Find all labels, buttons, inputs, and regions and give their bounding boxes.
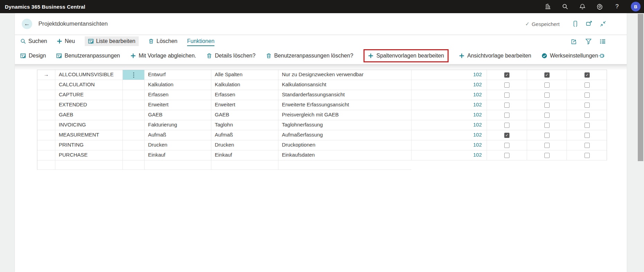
table-empty-row[interactable] [37,160,411,170]
table-row[interactable]: CAPTUREErfassenErfassenStandarderfassung… [37,90,607,100]
long-description-cell[interactable]: Nur zu Designzwecken verwendbar [278,70,412,80]
short-description-cell[interactable]: GAEB [211,110,278,120]
long-description-cell[interactable]: Einkaufsdaten [278,150,412,160]
code-cell[interactable]: EXTENDED [55,100,123,110]
page-id-link[interactable]: 102 [412,100,487,110]
filter-icon[interactable] [585,38,592,45]
checkbox[interactable]: ✓ [504,133,509,138]
page-id-link[interactable]: 102 [412,130,487,140]
action-item-funktionen[interactable]: Funktionen [187,38,214,46]
help-icon[interactable]: ? [614,3,620,10]
checkbox[interactable] [544,143,550,148]
checkbox[interactable] [585,133,590,138]
checkbox[interactable] [504,153,509,158]
checkbox[interactable] [504,93,509,98]
page-id-link[interactable]: 102 [412,110,487,120]
checkbox[interactable]: ✓ [544,72,550,78]
checkbox[interactable] [585,93,590,98]
checkbox[interactable]: ✓ [585,72,590,78]
gear-icon[interactable] [596,3,603,10]
back-button[interactable]: ← [22,19,32,29]
row-selector-cell[interactable] [37,80,55,90]
ellipsis-menu-icon[interactable] [133,72,134,78]
toolbar-item-benutzeranpassungen-löschen[interactable]: Benutzeranpassungen löschen? [266,53,353,59]
list-icon[interactable] [599,38,606,45]
row-selector-cell[interactable] [37,150,55,160]
table-row[interactable]: PRINTINGDruckenDruckenDruckoptionen102 [37,140,607,150]
row-selector-cell[interactable] [37,130,55,140]
description-cell[interactable]: Einkauf [145,150,211,160]
page-id-link[interactable]: 102 [412,80,487,90]
checkbox[interactable] [504,103,509,108]
checkbox[interactable] [544,153,550,158]
action-item-neu[interactable]: Neu [57,38,75,44]
toolbar-item-details-löschen[interactable]: Details löschen? [206,53,255,59]
page-id-link[interactable]: 102 [412,120,487,130]
description-cell[interactable]: Aufmaß [145,130,211,140]
table-row[interactable]: MEASUREMENTAufmaßAufmaßAufmaßerfassung10… [37,130,607,140]
pushpin-icon[interactable] [598,53,605,59]
checkbox[interactable] [544,93,550,98]
toolbar-item-werkseinstellungen[interactable]: Werkseinstellungen [542,53,598,59]
search-icon[interactable] [562,3,569,10]
checkbox[interactable] [585,153,590,158]
code-cell[interactable]: ALLCOLUMNSVISIBLE [55,70,123,80]
table-row[interactable]: EXTENDEDErweitertErweitertErweiterte Erf… [37,100,607,110]
checkbox[interactable] [504,82,509,88]
checkbox[interactable] [585,82,590,88]
code-cell[interactable]: CAPTURE [55,90,123,100]
building-icon[interactable] [544,3,551,10]
checkbox[interactable] [544,123,550,128]
share-icon[interactable] [571,38,578,45]
checkbox[interactable] [544,113,550,118]
table-row[interactable]: GAEBGAEBGAEBPreisvergleich mit GAEB102 [37,110,607,120]
checkbox[interactable] [585,123,590,128]
description-cell[interactable]: Erweitert [145,100,211,110]
open-in-window-icon[interactable] [586,20,593,27]
checkbox[interactable] [504,123,509,128]
short-description-cell[interactable]: Erweitert [211,100,278,110]
checkbox[interactable] [585,103,590,108]
description-cell[interactable]: Fakturierung [145,120,211,130]
page-id-link[interactable]: 102 [412,140,487,150]
checkbox[interactable] [544,133,550,138]
description-cell[interactable]: Kalkulation [145,80,211,90]
checkbox[interactable] [544,82,550,88]
description-cell[interactable]: Drucken [145,140,211,150]
action-item-suchen[interactable]: Suchen [20,38,47,44]
action-item-löschen[interactable]: Löschen [148,38,177,44]
checkbox[interactable] [504,113,509,118]
description-cell[interactable]: Erfassen [145,90,211,100]
toolbar-item-spaltenvorlagen-bearbeiten[interactable]: Spaltenvorlagen bearbeiten [364,49,449,62]
short-description-cell[interactable]: Alle Spalten [211,70,278,80]
long-description-cell[interactable]: Aufmaßerfassung [278,130,412,140]
description-cell[interactable]: GAEB [145,110,211,120]
long-description-cell[interactable]: Erweiterte Erfassungsansicht [278,100,412,110]
table-row[interactable]: CALCULATIONKalkulationKalkulationKalkula… [37,80,607,90]
short-description-cell[interactable]: Taglohn [211,120,278,130]
bell-icon[interactable] [579,3,586,10]
bookmark-icon[interactable] [572,20,579,27]
row-selector-cell[interactable] [37,100,55,110]
description-cell[interactable]: Entwurf [145,70,211,80]
checkbox[interactable] [504,143,509,148]
checkbox[interactable] [585,143,590,148]
short-description-cell[interactable]: Drucken [211,140,278,150]
action-item-liste-bearbeiten[interactable]: Liste bearbeiten [85,36,139,46]
short-description-cell[interactable]: Einkauf [211,150,278,160]
checkbox[interactable] [544,103,550,108]
short-description-cell[interactable]: Aufmaß [211,130,278,140]
table-row[interactable]: →ALLCOLUMNSVISIBLEEntwurfAlle SpaltenNur… [37,70,607,80]
toolbar-item-ansichtvorlage-bearbeiten[interactable]: Ansichtvorlage bearbeiten [459,53,531,59]
row-selector-cell[interactable] [37,120,55,130]
table-row[interactable]: INVOICINGFakturierungTaglohnTaglohnerfas… [37,120,607,130]
page-id-link[interactable]: 102 [412,70,487,80]
row-selector-cell[interactable] [37,110,55,120]
checkbox[interactable] [585,113,590,118]
page-id-link[interactable]: 102 [412,150,487,160]
code-cell[interactable]: INVOICING [55,120,123,130]
user-avatar[interactable]: B [631,2,641,11]
checkbox[interactable]: ✓ [504,72,509,78]
code-cell[interactable]: CALCULATION [55,80,123,90]
long-description-cell[interactable]: Taglohnerfassung [278,120,412,130]
